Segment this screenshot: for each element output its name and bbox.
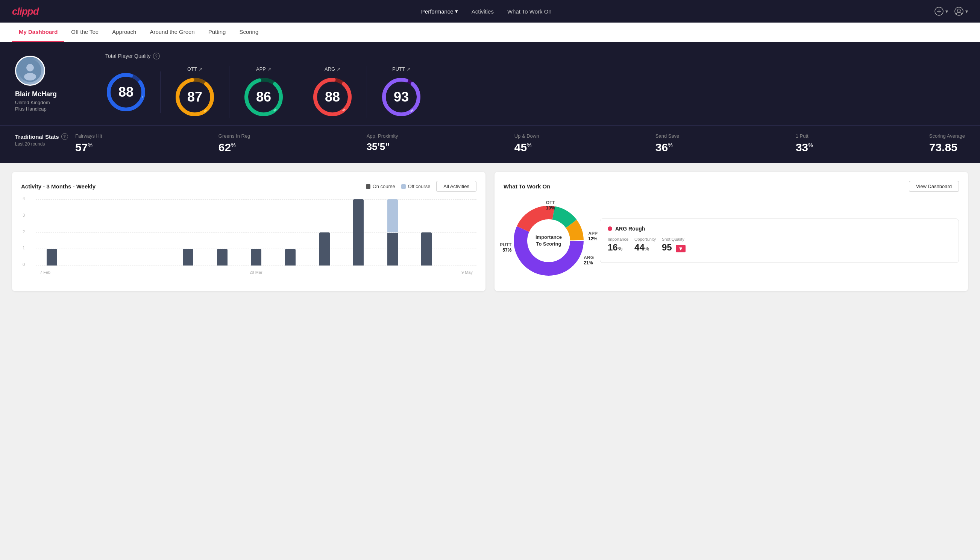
stat-scoring-average: Scoring Average 73.85 — [929, 133, 965, 154]
putt-arrow-icon: ↗ — [406, 67, 410, 72]
bar-group — [376, 199, 408, 265]
info-metrics: Importance 16% Opportunity 44% Shot Qual… — [608, 237, 951, 253]
wtwo-card-title: What To Work On — [504, 183, 550, 190]
player-info: Blair McHarg United Kingdom Plus Handica… — [15, 53, 98, 112]
circle-ott-ring: 87 — [174, 77, 215, 118]
bar-oncourse — [217, 249, 228, 265]
nav-activities[interactable]: Activities — [472, 8, 494, 15]
bar-group — [343, 199, 374, 265]
bar-oncourse — [183, 249, 193, 265]
wtwo-card: What To Work On View Dashboard Importanc… — [494, 172, 968, 291]
legend-on-course: On course — [366, 183, 395, 189]
player-handicap: Plus Handicap — [15, 106, 47, 112]
stats-subtitle: Last 20 rounds — [15, 142, 75, 147]
donut-chart: Importance To Scoring OTT10% APP12% ARG2… — [504, 199, 594, 282]
svg-point-4 — [957, 9, 960, 12]
all-activities-button[interactable]: All Activities — [436, 181, 476, 192]
arg-arrow-icon: ↗ — [336, 67, 340, 72]
info-card-title: ARG Rough — [608, 226, 951, 232]
nav-performance[interactable]: Performance ▾ — [421, 8, 458, 15]
bar-chart: 4 3 2 1 0 7 Feb 28 Mar 9 May — [21, 199, 476, 275]
circle-putt: PUTT ↗ 93 — [367, 66, 436, 118]
shot-quality-badge: ▼ — [676, 245, 686, 252]
bar-oncourse — [421, 232, 432, 265]
x-label-mar: 28 Mar — [249, 270, 262, 275]
info-metric-opportunity: Opportunity 44% — [634, 237, 656, 253]
circle-total: 88 — [105, 72, 161, 113]
bar-oncourse — [387, 233, 398, 266]
score-total: 88 — [118, 84, 133, 100]
chevron-down-icon: ▾ — [945, 8, 948, 14]
circle-arg-label: ARG ↗ — [324, 66, 340, 72]
subnav-off-the-tee[interactable]: Off the Tee — [64, 23, 105, 42]
legend-off-course: Off course — [401, 183, 431, 189]
view-dashboard-button[interactable]: View Dashboard — [909, 181, 959, 192]
circle-total-ring: 88 — [105, 72, 146, 113]
circle-app-ring: 86 — [243, 77, 284, 118]
subnav-my-dashboard[interactable]: My Dashboard — [12, 23, 64, 42]
circle-app-label: APP ↗ — [256, 66, 271, 72]
bar-group — [308, 199, 340, 265]
bars-container — [36, 199, 476, 265]
bar-group — [275, 199, 306, 265]
donut-center-text: Importance To Scoring — [536, 234, 562, 247]
svg-point-6 — [26, 64, 34, 72]
circle-app: APP ↗ 86 — [230, 66, 298, 118]
donut-label-arg: ARG21% — [584, 255, 594, 265]
stat-sand-save: Sand Save 36% — [656, 133, 679, 154]
ott-arrow-icon: ↗ — [198, 67, 202, 72]
legend-dot-offcourse — [401, 184, 406, 189]
subnav-around-the-green[interactable]: Around the Green — [143, 23, 201, 42]
help-icon[interactable]: ? — [153, 53, 160, 59]
wtwo-card-header: What To Work On View Dashboard — [504, 181, 959, 192]
info-card: ARG Rough Importance 16% Opportunity 44% — [600, 218, 959, 263]
stats-help-icon[interactable]: ? — [61, 133, 68, 140]
app-arrow-icon: ↗ — [267, 67, 271, 72]
player-name: Blair McHarg — [15, 90, 57, 98]
x-axis-labels: 7 Feb 28 Mar 9 May — [36, 270, 476, 275]
bar-group — [172, 199, 204, 265]
chevron-down-icon: ▾ — [965, 8, 968, 14]
brand-logo[interactable]: clippd — [12, 6, 39, 17]
activity-card-title: Activity - 3 Months - Weekly — [21, 183, 95, 190]
bar-group — [411, 199, 443, 265]
score-arg: 88 — [325, 89, 340, 105]
bar-group — [104, 199, 136, 265]
sub-navigation: My Dashboard Off the Tee Approach Around… — [0, 23, 980, 42]
tpq-circles: 88 OTT ↗ 87 — [105, 66, 965, 118]
activity-legend: On course Off course — [366, 183, 431, 189]
bar-group — [36, 199, 68, 265]
circle-ott: OTT ↗ 87 — [161, 66, 230, 118]
x-label-may: 9 May — [461, 270, 473, 275]
tpq-title: Total Player Quality ? — [105, 53, 965, 59]
info-dot — [608, 227, 612, 231]
avatar — [15, 56, 45, 86]
stats-title: Traditional Stats ? — [15, 133, 75, 140]
bar-group — [138, 199, 170, 265]
chevron-down-icon: ▾ — [455, 8, 458, 15]
info-metric-shot-quality: Shot Quality 95 ▼ — [662, 237, 686, 253]
subnav-approach[interactable]: Approach — [105, 23, 143, 42]
nav-what-to-work-on[interactable]: What To Work On — [507, 8, 552, 15]
stat-greens-in-reg: Greens In Reg 62% — [218, 133, 250, 154]
svg-point-7 — [24, 73, 36, 80]
donut-label-ott: OTT10% — [546, 200, 555, 211]
stat-1-putt: 1 Putt 33% — [796, 133, 813, 154]
legend-dot-oncourse — [366, 184, 370, 189]
subnav-scoring[interactable]: Scoring — [232, 23, 265, 42]
score-ott: 87 — [187, 89, 202, 105]
bar-oncourse — [285, 249, 296, 265]
bottom-section: Activity - 3 Months - Weekly On course O… — [0, 163, 980, 300]
circle-ott-label: OTT ↗ — [187, 66, 202, 72]
user-menu-button[interactable]: ▾ — [954, 7, 968, 16]
circle-putt-label: PUTT ↗ — [392, 66, 410, 72]
circle-putt-ring: 93 — [381, 77, 422, 118]
donut-label-putt: PUTT57% — [500, 242, 511, 253]
wtwo-content: Importance To Scoring OTT10% APP12% ARG2… — [504, 199, 959, 282]
score-putt: 93 — [394, 89, 409, 105]
circle-arg-ring: 88 — [312, 77, 353, 118]
bar-group — [444, 199, 476, 265]
add-button[interactable]: ▾ — [934, 7, 948, 16]
subnav-putting[interactable]: Putting — [201, 23, 233, 42]
bar-group — [240, 199, 272, 265]
